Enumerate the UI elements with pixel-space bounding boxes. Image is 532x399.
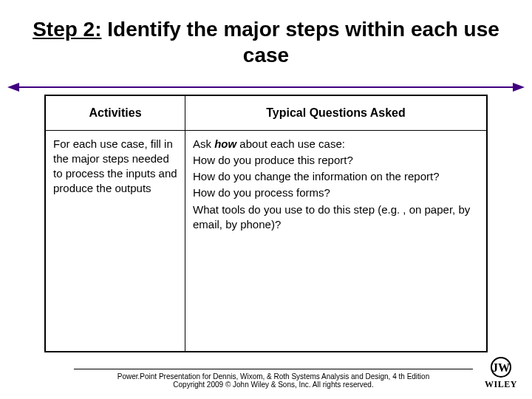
q-intro: Ask how about each use case:: [193, 137, 479, 151]
q-intro-post: about each use case:: [236, 137, 345, 150]
wiley-logo: JW WILEY: [485, 357, 517, 390]
table-row: For each use case, fill in the major ste…: [45, 130, 487, 352]
q-line: How do you change the information on the…: [193, 169, 479, 184]
table-header-row: Activities Typical Questions Asked: [45, 95, 487, 130]
cell-questions: Ask how about each use case: How do you …: [185, 130, 488, 352]
wiley-logo-text: WILEY: [485, 379, 517, 390]
q-line: What tools do you use to do this step (e…: [193, 202, 479, 233]
step-label: Step 2:: [33, 18, 101, 41]
q-line: How do you produce this report?: [193, 153, 479, 168]
cell-activity: For each use case, fill in the major ste…: [45, 130, 185, 352]
q-intro-pre: Ask: [193, 137, 214, 150]
slide-title: Step 2: Identify the major steps within …: [0, 0, 532, 72]
wiley-logo-icon: JW: [491, 357, 511, 378]
footer-line1: Power.Point Presentation for Dennis, Wix…: [74, 372, 473, 381]
arrow-right-icon: [513, 83, 525, 92]
footer: Power.Point Presentation for Dennis, Wix…: [74, 369, 473, 389]
title-rest: Identify the major steps within each use…: [102, 18, 499, 66]
q-line: How do you process forms?: [193, 185, 479, 200]
q-intro-how: how: [214, 137, 236, 150]
arrow-line: [18, 86, 514, 88]
double-arrow-divider: [7, 83, 525, 92]
content-table: Activities Typical Questions Asked For e…: [44, 95, 488, 352]
footer-line2: Copyright 2009 © John Wiley & Sons, Inc.…: [74, 381, 473, 389]
header-activities: Activities: [45, 95, 185, 130]
header-questions: Typical Questions Asked: [185, 95, 488, 130]
